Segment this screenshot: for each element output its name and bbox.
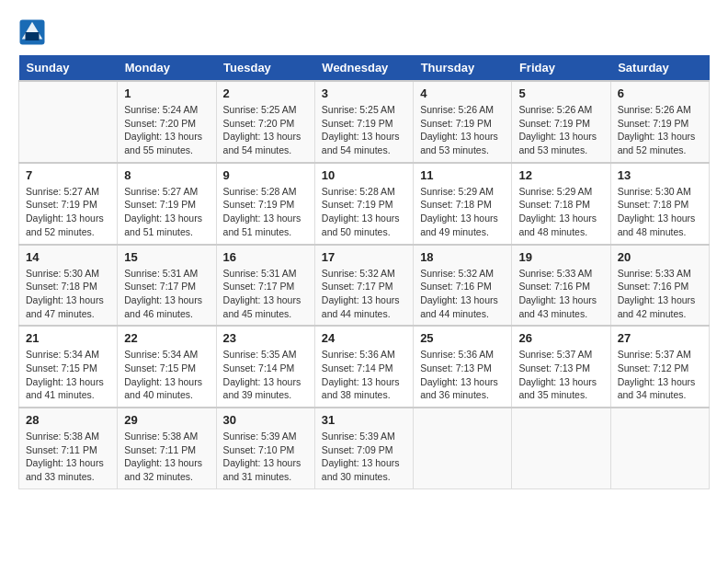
day-number: 27: [618, 331, 702, 345]
day-number: 30: [223, 413, 308, 427]
day-number: 18: [420, 250, 505, 264]
calendar-cell: [512, 408, 610, 488]
day-number: 25: [420, 331, 505, 345]
day-number: 15: [124, 250, 209, 264]
day-info: Sunrise: 5:30 AM Sunset: 7:18 PM Dayligh…: [618, 185, 702, 239]
day-info: Sunrise: 5:37 AM Sunset: 7:13 PM Dayligh…: [518, 348, 603, 402]
day-number: 11: [420, 168, 505, 182]
calendar-cell: 31Sunrise: 5:39 AM Sunset: 7:09 PM Dayli…: [314, 408, 413, 488]
calendar-cell: 12Sunrise: 5:29 AM Sunset: 7:18 PM Dayli…: [512, 163, 610, 245]
calendar-cell: [19, 81, 118, 163]
page-header: [18, 18, 710, 46]
day-info: Sunrise: 5:29 AM Sunset: 7:18 PM Dayligh…: [518, 185, 603, 239]
day-info: Sunrise: 5:28 AM Sunset: 7:19 PM Dayligh…: [223, 185, 308, 239]
week-row-3: 14Sunrise: 5:30 AM Sunset: 7:18 PM Dayli…: [19, 245, 710, 327]
day-info: Sunrise: 5:26 AM Sunset: 7:19 PM Dayligh…: [518, 103, 603, 157]
day-info: Sunrise: 5:32 AM Sunset: 7:16 PM Dayligh…: [420, 267, 505, 321]
calendar-cell: 3Sunrise: 5:25 AM Sunset: 7:19 PM Daylig…: [314, 81, 413, 163]
day-info: Sunrise: 5:29 AM Sunset: 7:18 PM Dayligh…: [420, 185, 505, 239]
day-number: 9: [223, 168, 308, 182]
calendar-cell: 26Sunrise: 5:37 AM Sunset: 7:13 PM Dayli…: [512, 326, 610, 408]
day-number: 7: [26, 168, 110, 182]
calendar-cell: 27Sunrise: 5:37 AM Sunset: 7:12 PM Dayli…: [610, 326, 709, 408]
weekday-header-wednesday: Wednesday: [314, 55, 413, 81]
calendar-cell: 11Sunrise: 5:29 AM Sunset: 7:18 PM Dayli…: [414, 163, 512, 245]
calendar-cell: 10Sunrise: 5:28 AM Sunset: 7:19 PM Dayli…: [314, 163, 413, 245]
calendar-cell: 4Sunrise: 5:26 AM Sunset: 7:19 PM Daylig…: [414, 81, 512, 163]
day-info: Sunrise: 5:36 AM Sunset: 7:13 PM Dayligh…: [420, 348, 505, 402]
day-number: 20: [618, 250, 702, 264]
day-number: 4: [420, 86, 505, 100]
day-info: Sunrise: 5:24 AM Sunset: 7:20 PM Dayligh…: [124, 103, 209, 157]
day-info: Sunrise: 5:33 AM Sunset: 7:16 PM Dayligh…: [618, 267, 702, 321]
calendar-cell: 22Sunrise: 5:34 AM Sunset: 7:15 PM Dayli…: [118, 326, 216, 408]
day-info: Sunrise: 5:38 AM Sunset: 7:11 PM Dayligh…: [124, 430, 209, 484]
calendar-cell: 25Sunrise: 5:36 AM Sunset: 7:13 PM Dayli…: [414, 326, 512, 408]
calendar-cell: 13Sunrise: 5:30 AM Sunset: 7:18 PM Dayli…: [610, 163, 709, 245]
calendar-cell: 7Sunrise: 5:27 AM Sunset: 7:19 PM Daylig…: [19, 163, 118, 245]
day-info: Sunrise: 5:34 AM Sunset: 7:15 PM Dayligh…: [26, 348, 110, 402]
calendar-cell: 30Sunrise: 5:39 AM Sunset: 7:10 PM Dayli…: [216, 408, 314, 488]
day-info: Sunrise: 5:31 AM Sunset: 7:17 PM Dayligh…: [223, 267, 308, 321]
svg-rect-2: [26, 32, 40, 40]
day-number: 12: [518, 168, 603, 182]
calendar-cell: 18Sunrise: 5:32 AM Sunset: 7:16 PM Dayli…: [414, 245, 512, 327]
calendar-cell: 16Sunrise: 5:31 AM Sunset: 7:17 PM Dayli…: [216, 245, 314, 327]
calendar-cell: 9Sunrise: 5:28 AM Sunset: 7:19 PM Daylig…: [216, 163, 314, 245]
calendar-cell: 2Sunrise: 5:25 AM Sunset: 7:20 PM Daylig…: [216, 81, 314, 163]
day-info: Sunrise: 5:31 AM Sunset: 7:17 PM Dayligh…: [124, 267, 209, 321]
weekday-header-tuesday: Tuesday: [216, 55, 314, 81]
calendar-table: SundayMondayTuesdayWednesdayThursdayFrid…: [18, 55, 710, 489]
weekday-header-monday: Monday: [118, 55, 216, 81]
day-info: Sunrise: 5:26 AM Sunset: 7:19 PM Dayligh…: [618, 103, 702, 157]
day-number: 31: [322, 413, 406, 427]
calendar-cell: 20Sunrise: 5:33 AM Sunset: 7:16 PM Dayli…: [610, 245, 709, 327]
calendar-cell: 24Sunrise: 5:36 AM Sunset: 7:14 PM Dayli…: [314, 326, 413, 408]
day-number: 24: [322, 331, 406, 345]
day-info: Sunrise: 5:30 AM Sunset: 7:18 PM Dayligh…: [26, 267, 110, 321]
day-number: 8: [124, 168, 209, 182]
day-info: Sunrise: 5:28 AM Sunset: 7:19 PM Dayligh…: [322, 185, 406, 239]
day-number: 6: [618, 86, 702, 100]
day-info: Sunrise: 5:26 AM Sunset: 7:19 PM Dayligh…: [420, 103, 505, 157]
weekday-header-sunday: Sunday: [19, 55, 118, 81]
weekday-header-thursday: Thursday: [414, 55, 512, 81]
calendar-cell: 8Sunrise: 5:27 AM Sunset: 7:19 PM Daylig…: [118, 163, 216, 245]
calendar-cell: 5Sunrise: 5:26 AM Sunset: 7:19 PM Daylig…: [512, 81, 610, 163]
day-info: Sunrise: 5:37 AM Sunset: 7:12 PM Dayligh…: [618, 348, 702, 402]
day-number: 23: [223, 331, 308, 345]
day-number: 16: [223, 250, 308, 264]
weekday-header-row: SundayMondayTuesdayWednesdayThursdayFrid…: [19, 55, 710, 81]
calendar-cell: 23Sunrise: 5:35 AM Sunset: 7:14 PM Dayli…: [216, 326, 314, 408]
day-info: Sunrise: 5:36 AM Sunset: 7:14 PM Dayligh…: [322, 348, 406, 402]
day-info: Sunrise: 5:39 AM Sunset: 7:09 PM Dayligh…: [322, 430, 406, 484]
day-number: 21: [26, 331, 110, 345]
day-number: 26: [518, 331, 603, 345]
calendar-cell: 1Sunrise: 5:24 AM Sunset: 7:20 PM Daylig…: [118, 81, 216, 163]
calendar-cell: [414, 408, 512, 488]
day-info: Sunrise: 5:27 AM Sunset: 7:19 PM Dayligh…: [26, 185, 110, 239]
day-number: 13: [618, 168, 702, 182]
day-number: 14: [26, 250, 110, 264]
weekday-header-friday: Friday: [512, 55, 610, 81]
calendar-cell: 19Sunrise: 5:33 AM Sunset: 7:16 PM Dayli…: [512, 245, 610, 327]
day-info: Sunrise: 5:33 AM Sunset: 7:16 PM Dayligh…: [518, 267, 603, 321]
day-number: 22: [124, 331, 209, 345]
day-number: 10: [322, 168, 406, 182]
logo-icon: [18, 18, 46, 46]
day-number: 28: [26, 413, 110, 427]
day-info: Sunrise: 5:27 AM Sunset: 7:19 PM Dayligh…: [124, 185, 209, 239]
calendar-cell: 6Sunrise: 5:26 AM Sunset: 7:19 PM Daylig…: [610, 81, 709, 163]
calendar-cell: 21Sunrise: 5:34 AM Sunset: 7:15 PM Dayli…: [19, 326, 118, 408]
week-row-2: 7Sunrise: 5:27 AM Sunset: 7:19 PM Daylig…: [19, 163, 710, 245]
calendar-cell: 17Sunrise: 5:32 AM Sunset: 7:17 PM Dayli…: [314, 245, 413, 327]
day-number: 17: [322, 250, 406, 264]
week-row-5: 28Sunrise: 5:38 AM Sunset: 7:11 PM Dayli…: [19, 408, 710, 488]
calendar-cell: 28Sunrise: 5:38 AM Sunset: 7:11 PM Dayli…: [19, 408, 118, 488]
day-info: Sunrise: 5:34 AM Sunset: 7:15 PM Dayligh…: [124, 348, 209, 402]
day-number: 29: [124, 413, 209, 427]
logo: [18, 18, 50, 46]
day-info: Sunrise: 5:35 AM Sunset: 7:14 PM Dayligh…: [223, 348, 308, 402]
day-info: Sunrise: 5:39 AM Sunset: 7:10 PM Dayligh…: [223, 430, 308, 484]
day-number: 19: [518, 250, 603, 264]
